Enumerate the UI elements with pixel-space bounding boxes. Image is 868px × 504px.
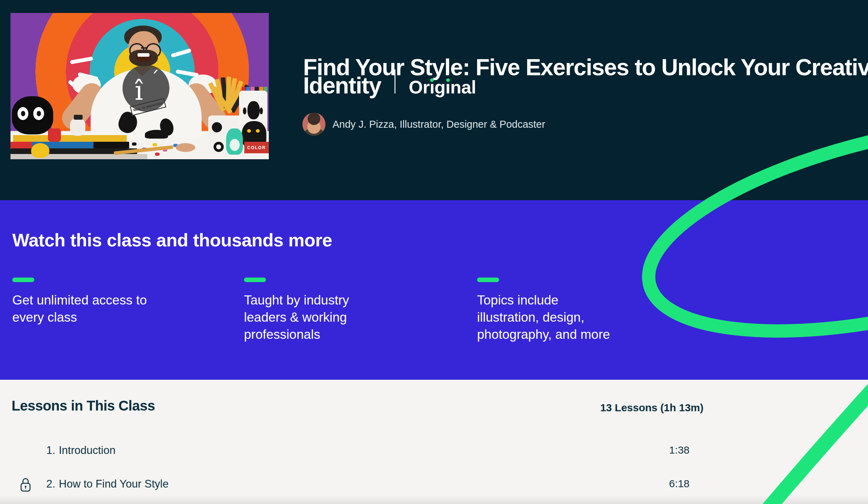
lock-icon (20, 477, 31, 492)
hand (176, 143, 195, 152)
class-title-line2-text: Identity (303, 69, 381, 102)
original-i-dot: ı (446, 77, 450, 97)
white-robot-toy (70, 118, 85, 136)
author-name[interactable]: Andy J. Pizza, Illustrator, Designer & P… (332, 119, 545, 130)
benefit-line: Get unlimited access to (12, 292, 159, 309)
green-dash-icon (244, 278, 266, 282)
benefit-topics: Topics include illustration, design, pho… (477, 278, 624, 343)
lesson-title: Introduction (59, 444, 115, 457)
benefit-industry-leaders: Taught by industry leaders & working pro… (244, 278, 377, 343)
membership-promo-section: Watch this class and thousands more Get … (0, 200, 868, 380)
lesson-duration: 1:38 (669, 444, 690, 456)
sticker (155, 153, 160, 156)
class-video-thumbnail[interactable]: NCIL IS MIGHTIER (10, 13, 269, 159)
bin-cat-eye (243, 107, 246, 115)
author-row: Andy J. Pizza, Illustrator, Designer & P… (302, 113, 545, 136)
benefit-unlimited-access: Get unlimited access to every class (12, 278, 159, 326)
author-avatar[interactable] (302, 113, 326, 136)
teeth (138, 53, 149, 57)
benefit-line: leaders & working (244, 309, 377, 326)
plush-eye (33, 107, 44, 120)
black-plush-toy (12, 96, 53, 134)
color-book: COLOR (244, 142, 269, 153)
glasses-bridge (141, 47, 146, 49)
lesson-number: 2. (31, 478, 55, 490)
green-dash-icon (477, 278, 499, 282)
overlay-accent-glyph: ´ (150, 69, 160, 89)
benefit-line: every class (12, 309, 159, 326)
sticker (132, 142, 136, 146)
green-dash-icon (12, 278, 34, 282)
original-i-dot: ı (429, 77, 434, 97)
original-badge: Orıgınal (409, 77, 476, 98)
tshirt-ink-doodle (145, 130, 168, 139)
cat-eye (247, 129, 251, 133)
bin-cat-eye (260, 107, 263, 115)
lesson-title: How to Find Your Style (59, 478, 169, 490)
unicorn-belly (230, 139, 240, 151)
benefit-line: photography, and more (477, 326, 624, 343)
yellow-toy (31, 143, 49, 158)
book-spine (10, 154, 147, 159)
cat-eye (256, 129, 260, 133)
bin-cat-face (247, 101, 259, 119)
lessons-section: Lessons in This Class 13 Lessons (1h 13m… (0, 380, 868, 504)
title-divider (394, 69, 396, 93)
lesson-row-1[interactable]: 1. Introduction 1:38 (0, 434, 868, 468)
book-spine (13, 135, 127, 142)
lesson-number: 1. (31, 444, 55, 457)
hero-section: NCIL IS MIGHTIER (0, 0, 868, 200)
overlay-glyph: î (135, 78, 143, 104)
plush-eye (18, 107, 28, 120)
lessons-summary: 13 Lessons (1h 13m) (600, 402, 704, 414)
class-title-line2: Identity Orıgınal (303, 69, 476, 102)
red-toy (48, 128, 61, 142)
benefit-line: illustration, design, (477, 309, 624, 326)
benefit-line: professionals (244, 326, 377, 343)
tiny-top-hat (74, 115, 83, 120)
promo-heading: Watch this class and thousands more (12, 230, 332, 251)
benefit-line: Topics include (477, 292, 624, 309)
video-play-overlay[interactable]: î ´ (122, 65, 169, 112)
sticker (153, 143, 157, 146)
book-spine (10, 142, 129, 148)
color-book-text: COLOR (247, 145, 266, 150)
lessons-heading: Lessons in This Class (12, 398, 155, 414)
lesson-duration: 6:18 (669, 478, 690, 490)
unicorn-toy (226, 128, 243, 155)
bottom-fold-shadow (0, 495, 868, 504)
benefit-line: Taught by industry (244, 292, 377, 309)
